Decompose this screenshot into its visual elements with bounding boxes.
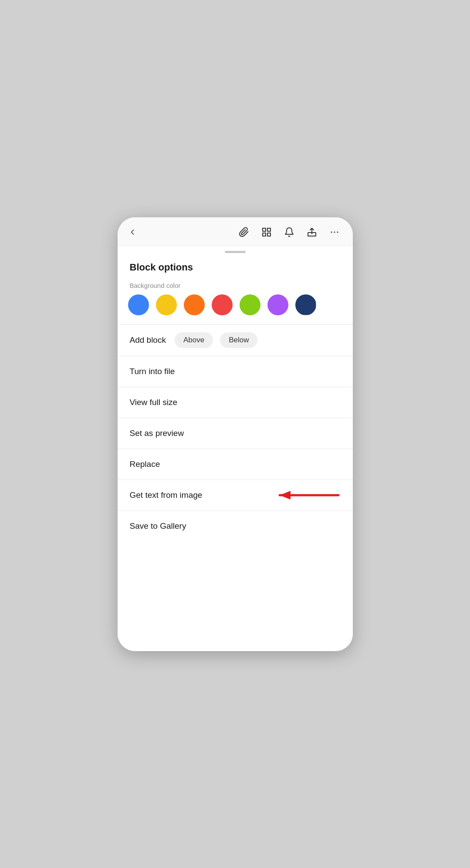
menu-item-replace[interactable]: Replace xyxy=(118,449,353,480)
svg-point-7 xyxy=(334,231,335,233)
svg-point-6 xyxy=(331,231,332,233)
menu-item-turn-into-file[interactable]: Turn into file xyxy=(118,356,353,387)
add-block-above-button[interactable]: Above xyxy=(175,332,213,348)
top-nav xyxy=(118,217,353,246)
color-dot-red[interactable] xyxy=(212,294,233,315)
color-row xyxy=(118,294,353,324)
color-dot-blue[interactable] xyxy=(128,294,149,315)
menu-item-get-text-from-image[interactable]: Get text from image xyxy=(118,480,353,511)
add-block-label: Add block xyxy=(130,335,166,345)
paperclip-icon[interactable] xyxy=(238,226,250,238)
svg-rect-1 xyxy=(267,228,271,231)
drag-handle xyxy=(118,246,353,255)
more-icon[interactable] xyxy=(328,226,341,238)
drag-handle-bar xyxy=(225,251,246,253)
menu-item-set-as-preview[interactable]: Set as preview xyxy=(118,418,353,449)
background-color-label: Background color xyxy=(118,282,353,294)
color-dot-yellow[interactable] xyxy=(156,294,177,315)
menu-item-view-full-size[interactable]: View full size xyxy=(118,387,353,418)
color-dot-purple[interactable] xyxy=(267,294,288,315)
nav-icons xyxy=(238,226,341,238)
svg-rect-0 xyxy=(263,228,266,231)
add-block-below-button[interactable]: Below xyxy=(220,332,257,348)
color-dot-green[interactable] xyxy=(240,294,260,315)
menu-item-save-to-gallery[interactable]: Save to Gallery xyxy=(118,511,353,541)
nav-left xyxy=(126,226,139,238)
svg-rect-2 xyxy=(263,233,266,236)
phone-frame: Block options Background color Add block… xyxy=(118,217,353,651)
add-block-row: Add block Above Below xyxy=(118,324,353,356)
svg-rect-3 xyxy=(267,233,271,236)
back-button[interactable] xyxy=(126,226,139,238)
bottom-sheet: Block options Background color Add block… xyxy=(118,246,353,651)
color-dot-orange[interactable] xyxy=(184,294,205,315)
sheet-title: Block options xyxy=(118,255,353,282)
red-arrow-annotation xyxy=(271,487,341,503)
share-icon[interactable] xyxy=(306,226,318,238)
svg-marker-10 xyxy=(280,491,291,500)
color-dot-navy[interactable] xyxy=(295,294,316,315)
grid-icon[interactable] xyxy=(260,226,273,238)
svg-point-8 xyxy=(337,231,338,233)
bell-icon[interactable] xyxy=(283,226,295,238)
